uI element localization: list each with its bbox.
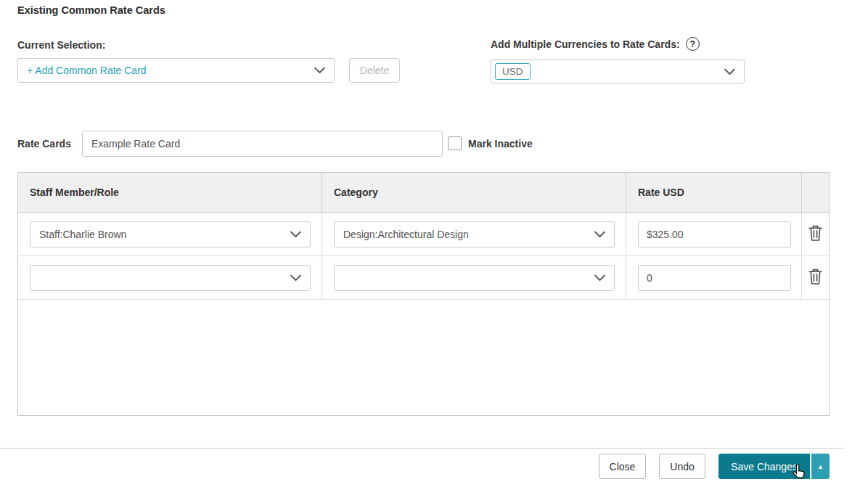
common-rate-card-dropdown-value: + Add Common Rate Card xyxy=(27,65,147,76)
rate-cards-panel: Existing Common Rate Cards Current Selec… xyxy=(0,0,868,487)
delete-button[interactable]: Delete xyxy=(349,58,400,83)
chevron-down-icon xyxy=(290,274,301,281)
caret-up-icon: ▲ xyxy=(817,463,824,470)
mark-inactive-checkbox[interactable] xyxy=(448,136,462,150)
undo-button[interactable]: Undo xyxy=(659,454,705,479)
table-row xyxy=(18,256,829,300)
category-dropdown[interactable]: Design:Architectural Design xyxy=(334,221,615,247)
category-cell xyxy=(322,256,626,299)
chevron-down-icon xyxy=(290,231,301,237)
staff-cell: Staff:Charlie Brown xyxy=(18,213,322,255)
rate-cell xyxy=(626,213,802,255)
table-row: Staff:Charlie Brown Design:Architectural… xyxy=(18,213,829,256)
actions-cell xyxy=(802,213,829,255)
header-rate-usd: Rate USD xyxy=(626,173,802,212)
common-rate-card-dropdown[interactable]: + Add Common Rate Card xyxy=(17,58,335,83)
rate-card-name-input[interactable] xyxy=(82,131,443,157)
footer-divider xyxy=(0,448,844,449)
delete-row-button[interactable] xyxy=(805,265,826,290)
header-category: Category xyxy=(322,173,626,212)
help-icon[interactable]: ? xyxy=(686,37,700,51)
rate-input[interactable] xyxy=(638,265,791,291)
rate-cards-label: Rate Cards xyxy=(17,138,71,150)
actions-cell xyxy=(802,256,829,299)
currency-chip: USD xyxy=(495,63,531,80)
page-title: Existing Common Rate Cards xyxy=(17,4,165,16)
header-staff-member-role: Staff Member/Role xyxy=(18,173,322,212)
table-header-row: Staff Member/Role Category Rate USD xyxy=(18,173,829,213)
close-button[interactable]: Close xyxy=(599,454,646,479)
category-dropdown-value: Design:Architectural Design xyxy=(343,229,469,240)
save-options-button[interactable]: ▲ xyxy=(811,454,830,479)
rate-cell xyxy=(626,256,802,299)
staff-dropdown-value: Staff:Charlie Brown xyxy=(39,229,126,240)
chevron-down-icon xyxy=(724,68,735,75)
mark-inactive-label: Mark Inactive xyxy=(468,138,533,150)
chevron-down-icon xyxy=(594,274,605,281)
category-dropdown[interactable] xyxy=(334,265,615,291)
rate-card-table: Staff Member/Role Category Rate USD Staf… xyxy=(17,172,830,416)
multi-currency-label-row: Add Multiple Currencies to Rate Cards: ? xyxy=(491,37,700,51)
current-selection-label: Current Selection: xyxy=(17,39,105,51)
staff-dropdown[interactable]: Staff:Charlie Brown xyxy=(30,221,311,247)
rate-input[interactable] xyxy=(638,221,791,247)
multi-currency-label: Add Multiple Currencies to Rate Cards: xyxy=(491,38,680,50)
staff-cell xyxy=(18,256,322,299)
delete-row-button[interactable] xyxy=(805,221,826,247)
chevron-down-icon xyxy=(594,231,605,237)
trash-icon xyxy=(808,224,823,244)
header-actions xyxy=(802,173,829,212)
category-cell: Design:Architectural Design xyxy=(322,213,626,255)
chevron-down-icon xyxy=(314,67,325,74)
staff-dropdown[interactable] xyxy=(30,265,311,291)
save-changes-button[interactable]: Save Changes xyxy=(718,454,810,479)
currency-dropdown[interactable]: USD xyxy=(491,60,745,83)
trash-icon xyxy=(808,268,823,287)
